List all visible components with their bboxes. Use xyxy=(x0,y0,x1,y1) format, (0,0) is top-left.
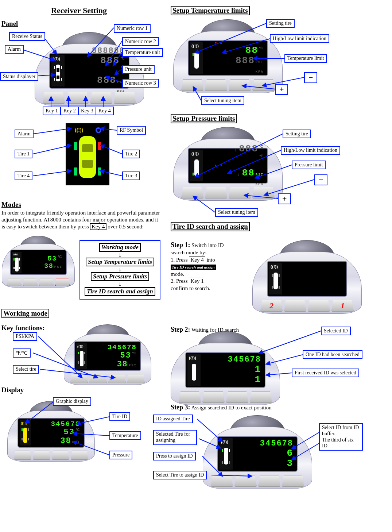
callout-minus-2: − xyxy=(314,174,327,185)
key-4[interactable]: 1 xyxy=(331,300,354,312)
callout-tire-3: Tire 3 xyxy=(122,171,140,180)
mode-tire-id: Tire ID search and assign xyxy=(85,287,155,296)
callout-selected-id: Selected ID xyxy=(321,327,351,335)
svg-line-10 xyxy=(36,75,55,76)
key-number-1: 1 xyxy=(332,300,353,311)
svg-line-9 xyxy=(23,50,55,60)
key-4-ref: Key 4 xyxy=(90,223,106,230)
svg-line-82 xyxy=(259,331,321,353)
callout-select-tuning-2: Select tuning item xyxy=(215,208,258,217)
svg-line-13 xyxy=(113,52,122,66)
step1-device: ((!)) 2 1 xyxy=(252,252,362,314)
key-4[interactable] xyxy=(250,391,272,403)
callout-key4: Key 4 xyxy=(96,107,114,115)
svg-line-28 xyxy=(100,128,117,130)
svg-rect-34 xyxy=(19,258,20,261)
callout-rf-symbol: RF Symbol xyxy=(117,126,146,135)
setup-temp-heading: Setup Temperature limits xyxy=(171,6,250,15)
svg-rect-33 xyxy=(13,258,15,261)
svg-rect-32 xyxy=(15,258,19,271)
svg-line-12 xyxy=(106,41,122,66)
key-2[interactable] xyxy=(202,391,225,403)
callout-temp-unit: Temperature unit xyxy=(122,48,163,57)
svg-rect-78 xyxy=(272,286,273,289)
svg-line-59 xyxy=(195,23,266,53)
key-3[interactable] xyxy=(39,278,54,286)
callout-graphic-display: Graphic display xyxy=(53,397,91,406)
callout-press-assign: Press to assign ID xyxy=(153,452,196,460)
callout-select-tire: Select tire xyxy=(13,365,39,374)
svg-line-70 xyxy=(255,165,292,178)
svg-line-95 xyxy=(292,432,319,449)
callout-pressure: Pressure xyxy=(109,451,132,459)
setup-press-heading: Setup Pressure limits xyxy=(171,114,237,123)
key-4[interactable] xyxy=(55,278,70,286)
svg-line-30 xyxy=(100,171,122,176)
callout-hi-lo-2: High/Low limit indication xyxy=(281,146,340,155)
svg-rect-36 xyxy=(19,267,20,269)
key-1-ref: Key 1 xyxy=(189,278,205,284)
svg-rect-75 xyxy=(273,273,278,289)
modes-row3: 38PSI xyxy=(23,263,62,269)
svg-line-63 xyxy=(242,86,275,89)
callout-tire-2: Tire 2 xyxy=(122,150,140,158)
working-mode-heading: Working mode xyxy=(1,309,49,318)
callout-plus-2: + xyxy=(278,193,291,204)
key-1[interactable] xyxy=(179,391,201,403)
svg-line-84 xyxy=(266,373,292,375)
callout-select-tuning-1: Select tuning item xyxy=(201,96,244,105)
tire-id-mode-ref: Tire ID search and assign xyxy=(171,265,216,270)
svg-line-8 xyxy=(44,37,57,54)
callout-key3: Key 3 xyxy=(78,107,96,115)
svg-rect-76 xyxy=(272,274,273,277)
callout-select-tire-assign: Select Tire to assign ID xyxy=(153,471,207,479)
svg-line-92 xyxy=(199,439,221,448)
car-icon xyxy=(13,255,21,272)
svg-rect-77 xyxy=(279,274,280,277)
mode-temp-limits: Setup Temperature limits xyxy=(86,258,154,266)
mode-press-limits: Setup Pressure limits xyxy=(91,272,149,281)
svg-line-94 xyxy=(211,475,252,476)
callout-tire-1: Tire 1 xyxy=(15,150,32,158)
modes-device: ((!)) 53℃ 38PSI xyxy=(2,244,75,288)
key-1[interactable] xyxy=(7,278,22,286)
svg-line-53 xyxy=(77,417,109,424)
key-2[interactable] xyxy=(284,300,306,312)
callout-key2: Key 2 xyxy=(61,107,79,115)
svg-line-54 xyxy=(73,433,109,436)
step-1-text: Step 1: Switch into ID search mode by: 1… xyxy=(171,241,236,292)
callout-num-row-2: Numeric row 2 xyxy=(122,37,159,46)
callout-selected-tire-assign: Selected Tire for assigning xyxy=(153,430,197,445)
svg-line-91 xyxy=(197,419,222,442)
key-3[interactable] xyxy=(226,391,248,403)
callout-alarm-1: Alarm xyxy=(5,45,24,54)
key-2[interactable] xyxy=(23,278,38,286)
key-number-2: 2 xyxy=(261,300,282,311)
svg-line-64 xyxy=(193,87,201,101)
step-3-text: Step 3: Assign searched ID to exact posi… xyxy=(171,403,272,412)
callout-f-c: ℉/℃ xyxy=(13,348,31,358)
modes-heading: Modes xyxy=(1,201,21,209)
modes-flow: Working mode ↓ Setup Temperature limits … xyxy=(79,240,160,300)
callout-num-row-3: Numeric row 3 xyxy=(122,79,159,88)
svg-line-83 xyxy=(266,355,303,364)
key-3[interactable] xyxy=(308,300,330,312)
callout-setting-tire-1: Setting tire xyxy=(266,19,295,28)
callout-one-id: One ID had been searched xyxy=(303,350,362,359)
callout-num-row-1: Numeric row 1 xyxy=(114,24,151,33)
svg-line-69 xyxy=(228,150,281,173)
mode-working: Working mode xyxy=(99,243,141,252)
svg-line-15 xyxy=(106,77,122,82)
svg-rect-35 xyxy=(13,267,15,269)
svg-text:((!)): ((!)) xyxy=(13,253,18,255)
callout-press-limit: Pressure limit xyxy=(292,161,326,169)
svg-line-52 xyxy=(26,402,53,423)
svg-rect-79 xyxy=(279,286,280,289)
svg-line-29 xyxy=(100,145,122,154)
callout-pressure-unit: Pressure unit xyxy=(122,65,155,74)
callout-psi-kpa: PSI/KPA xyxy=(13,332,37,341)
callout-minus-1: − xyxy=(304,72,317,83)
key-1[interactable]: 2 xyxy=(260,300,283,312)
modes-row2: 53℃ xyxy=(23,255,62,262)
callout-assigned-tire: ID assigned Tire xyxy=(153,415,193,423)
